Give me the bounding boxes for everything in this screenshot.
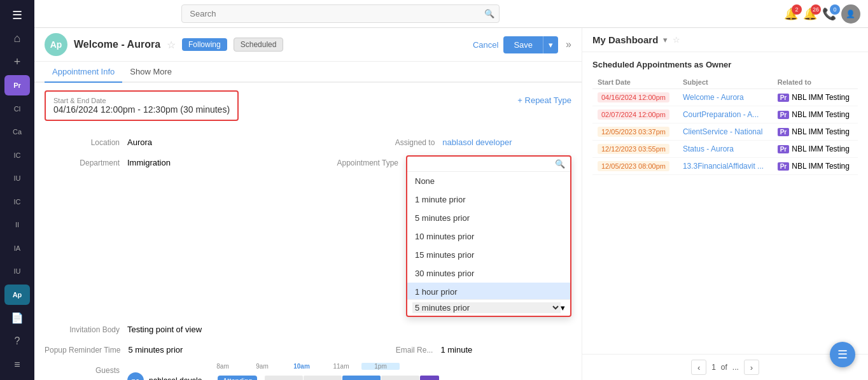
table-row: 12/12/2023 03:55pm Status - Aurora PrNBL… (592, 141, 858, 158)
col-start-date: Start Date (592, 76, 678, 89)
time-label-8am: 8am (204, 363, 242, 370)
dropdown-item-1min[interactable]: 1 minute prior (407, 190, 570, 209)
sidebar-item-iu2[interactable]: IU (4, 261, 30, 282)
guest-row-1: na nablasol develo... Attending (127, 372, 571, 380)
related-badge-2: Pr (778, 111, 790, 119)
notification-badge-2: 26 (811, 4, 821, 15)
appointment-type-dropdown[interactable]: 🔍 None 1 minute prior 5 minutes prior 10… (406, 155, 571, 317)
sidebar-item-ca[interactable]: Ca (4, 122, 30, 143)
guest1-avatar: na (127, 372, 144, 380)
dropdown-item-10min[interactable]: 10 minutes prior (407, 227, 570, 246)
search-icon: 🔍 (484, 9, 494, 18)
expand-icon[interactable]: » (566, 39, 571, 50)
related-badge-1: Pr (778, 94, 790, 102)
dropdown-footer: 5 minutes prior 10 minutes prior 15 minu… (407, 299, 570, 316)
dashboard-chevron-icon[interactable]: ▾ (663, 35, 668, 45)
sidebar-item-ia[interactable]: IA (4, 238, 30, 259)
sidebar-item-layers[interactable]: ≡ (4, 354, 30, 375)
dropdown-search-icon: 🔍 (555, 159, 565, 169)
dropdown-item-15min[interactable]: 15 minutes prior (407, 246, 570, 264)
sidebar-item-menu[interactable]: ☰ (4, 5, 30, 26)
related-badge-4: Pr (778, 145, 790, 153)
save-btn-wrap: Save ▾ (503, 36, 558, 53)
guests-row: Guests 8am 9am 10am 11am 1pm (45, 363, 571, 380)
guests-label: Guests (45, 363, 127, 378)
dropdown-footer-select[interactable]: 5 minutes prior 10 minutes prior 15 minu… (412, 302, 561, 313)
sidebar-item-pr[interactable]: Pr (4, 75, 30, 96)
sidebar-item-home[interactable]: ⌂ (4, 29, 30, 50)
phone-badge: 0 (830, 4, 840, 15)
tab-show-more[interactable]: Show More (122, 62, 179, 83)
sidebar: ☰ ⌂ + Pr Cl Ca IC IU IC II IA IU Ap 📄 ? … (0, 0, 34, 380)
appointment-type-label: Appointment Type (330, 155, 406, 317)
page-ellipsis: ... (732, 363, 739, 372)
time-label-10am: 10am (283, 363, 321, 370)
time-label-1pm: 1pm (361, 363, 400, 370)
tab-appointment-info[interactable]: Appointment Info (45, 62, 122, 83)
notification-badge-1: 2 (792, 4, 802, 15)
appt-date-5: 12/05/2023 08:00pm (598, 161, 669, 171)
dropdown-item-30min[interactable]: 30 minutes prior (407, 264, 570, 283)
dashboard-title: My Dashboard (592, 34, 658, 45)
appt-subject-2[interactable]: CourtPreparation - A... (683, 110, 759, 119)
related-badge-3: Pr (778, 128, 790, 136)
main-content: 🔍 🔔 2 🔔 26 📞 0 👤 Ap Welcome - Auro (34, 0, 868, 380)
dashboard-star-icon[interactable]: ☆ (673, 35, 680, 45)
table-row: 12/05/2023 08:00pm 13.3FinancialAffidavi… (592, 158, 858, 175)
appt-date-4: 12/12/2023 03:55pm (598, 144, 669, 154)
sidebar-item-doc[interactable]: 📄 (4, 307, 30, 328)
save-button[interactable]: Save (503, 36, 543, 53)
department-row: Department Immigration Appointment Type … (45, 155, 571, 317)
record-avatar: Ap (45, 33, 67, 56)
popup-reminder-value: 5 minutes prior (128, 342, 259, 358)
sidebar-item-iu[interactable]: IU (4, 168, 30, 189)
appt-related-5: PrNBL IMM Testing (778, 162, 853, 171)
appointment-type-field: 🔍 None 1 minute prior 5 minutes prior 10… (406, 155, 571, 317)
appt-subject-1[interactable]: Welcome - Aurora (683, 93, 744, 102)
next-page-button[interactable]: › (744, 360, 759, 375)
notification-icon-2[interactable]: 🔔 26 (803, 7, 817, 21)
form-header: Ap Welcome - Aurora ☆ Following Schedule… (34, 28, 582, 62)
user-avatar[interactable]: 👤 (841, 4, 860, 24)
scheduled-appointments-title: Scheduled Appointments as Owner (592, 60, 858, 69)
sidebar-item-help[interactable]: ? (4, 331, 30, 352)
repeat-type-button[interactable]: + Repeat Type (517, 95, 571, 105)
form-body: Start & End Date 04/16/2024 12:00pm - 12… (34, 83, 582, 380)
sidebar-item-cl[interactable]: Cl (4, 98, 30, 119)
form-area: Ap Welcome - Aurora ☆ Following Schedule… (34, 28, 582, 380)
sidebar-item-add[interactable]: + (4, 52, 30, 73)
appt-subject-4[interactable]: Status - Aurora (683, 144, 734, 153)
search-input[interactable] (181, 4, 500, 23)
topbar-icons: 🔔 2 🔔 26 📞 0 👤 (784, 4, 860, 24)
appt-date-3: 12/05/2023 03:37pm (598, 127, 669, 137)
dropdown-item-5min[interactable]: 5 minutes prior (407, 209, 570, 227)
following-button[interactable]: Following (182, 38, 227, 51)
sidebar-item-ic2[interactable]: IC (4, 192, 30, 213)
dropdown-item-1hr[interactable]: 1 hour prior (407, 283, 570, 299)
notification-icon-1[interactable]: 🔔 2 (784, 7, 798, 21)
sidebar-item-ii[interactable]: II (4, 215, 30, 236)
col-subject: Subject (678, 76, 773, 89)
save-dropdown-button[interactable]: ▾ (543, 36, 558, 53)
dropdown-item-none[interactable]: None (407, 172, 570, 190)
table-row: 02/07/2024 12:00pm CourtPreparation - A.… (592, 106, 858, 123)
favorite-star-icon[interactable]: ☆ (167, 39, 176, 51)
right-panel: My Dashboard ▾ ☆ Scheduled Appointments … (582, 28, 868, 380)
email-reminder-label: Email Re... (389, 342, 440, 358)
cancel-button[interactable]: Cancel (473, 40, 498, 50)
location-row: Location Aurora Assigned to nablasol dev… (45, 135, 571, 150)
sidebar-item-ap[interactable]: Ap (4, 285, 30, 306)
related-badge-5: Pr (778, 162, 790, 171)
appt-subject-3[interactable]: ClientService - National (683, 127, 762, 136)
search-box: 🔍 (181, 4, 500, 23)
prev-page-button[interactable]: ‹ (691, 360, 706, 375)
appt-subject-5[interactable]: 13.3FinancialAffidavit ... (683, 162, 764, 171)
location-label: Location (45, 135, 127, 150)
fab-button[interactable]: ☰ (830, 342, 855, 367)
dropdown-search-input[interactable] (412, 159, 555, 169)
page-number: 1 (711, 363, 716, 372)
phone-icon[interactable]: 📞 0 (822, 7, 836, 21)
assigned-to-value[interactable]: nablasol developer (442, 135, 571, 150)
date-value: 04/16/2024 12:00pm - 12:30pm (30 minutes… (53, 104, 230, 115)
sidebar-item-ic[interactable]: IC (4, 144, 30, 165)
